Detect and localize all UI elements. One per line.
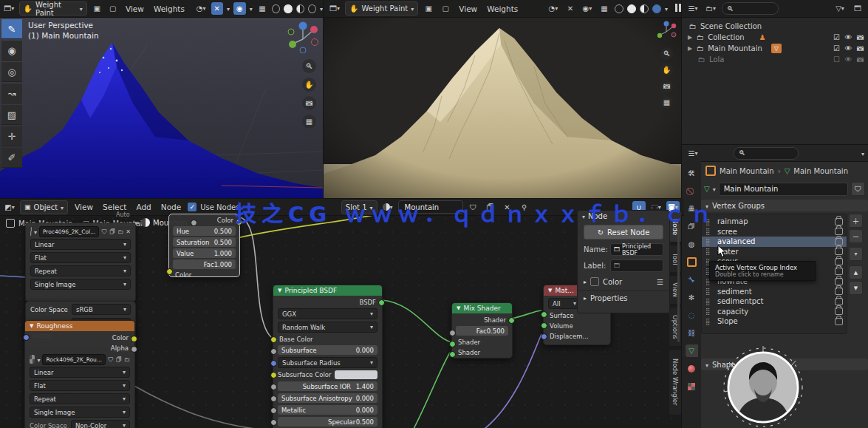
- metallic-input-socket[interactable]: [270, 407, 277, 414]
- lock-open-icon[interactable]: [835, 248, 843, 255]
- displacement-input-socket[interactable]: [541, 333, 547, 340]
- disable-render-camera-icon[interactable]: 📷︎: [856, 33, 864, 41]
- fake-user-icon[interactable]: 🛡︎: [101, 228, 107, 235]
- mix-fac-slider[interactable]: Fac0.500: [456, 326, 508, 336]
- base-color-input-socket[interactable]: [270, 336, 277, 343]
- falloff-icon[interactable]: ◔: [547, 2, 560, 15]
- use-nodes-checkbox[interactable]: ✓: [188, 203, 197, 211]
- shading-dropdown-icon[interactable]: [665, 4, 668, 13]
- outliner-search-input[interactable]: 🔍︎: [722, 2, 779, 15]
- mix-shader-node[interactable]: ▼Mix Shader Shader Fac0.500 Shader Shade…: [451, 302, 513, 359]
- weight-paint-viewport-canvas[interactable]: [0, 0, 323, 198]
- annotate-tool[interactable]: ✐: [1, 148, 22, 168]
- pan-hand-icon[interactable]: ✋: [302, 78, 316, 92]
- datablock-name-input[interactable]: Main Mountain: [719, 183, 848, 196]
- shader-output-socket[interactable]: [508, 317, 515, 324]
- add-menu[interactable]: Add: [133, 203, 154, 211]
- node-label-input[interactable]: 🗔: [610, 259, 663, 272]
- vertex-group-specials-dropdown[interactable]: [849, 247, 863, 261]
- shading-rendered-icon[interactable]: [652, 4, 661, 13]
- source-dropdown[interactable]: Single Image: [30, 279, 131, 290]
- subsurface-ior-slider[interactable]: Subsurface IOR1.400: [278, 381, 377, 391]
- presets-list-icon[interactable]: ☰: [657, 278, 663, 286]
- properties-editor-type-icon[interactable]: ☰: [686, 147, 700, 160]
- fake-user-shield-icon[interactable]: 🛡︎: [467, 201, 480, 214]
- vertex-group-row[interactable]: ⣿sediment: [702, 287, 847, 297]
- filter-funnel-icon[interactable]: ▽: [833, 2, 847, 15]
- view-menu[interactable]: View: [72, 203, 96, 211]
- mirror-x-icon[interactable]: ✕: [564, 2, 577, 15]
- lock-open-icon[interactable]: [835, 288, 843, 295]
- navigation-gizmo[interactable]: [655, 19, 678, 43]
- node-color-checkbox[interactable]: [590, 277, 599, 286]
- edit-mode-toggle-icon[interactable]: ▢: [106, 2, 119, 15]
- subsurface-anisotropy-input-socket[interactable]: [270, 395, 277, 402]
- image-name-field[interactable]: Proc4096_2K_Col...: [39, 226, 99, 237]
- saturation-slider[interactable]: Saturation0.500: [173, 237, 236, 247]
- average-brush-tool[interactable]: ◎: [1, 62, 22, 82]
- shading-wireframe-icon[interactable]: ▦: [256, 2, 269, 15]
- lock-open-icon[interactable]: [835, 238, 843, 245]
- tab-view-layer-icon[interactable]: 🗇: [686, 220, 698, 233]
- hide-eye-icon[interactable]: 👁︎: [844, 55, 852, 64]
- move-group-up-button[interactable]: ▲: [849, 265, 863, 279]
- camera-view-icon[interactable]: 📷︎: [660, 80, 673, 92]
- disable-render-camera-icon[interactable]: 📷︎: [856, 55, 864, 64]
- outliner-row-scene-collection[interactable]: 🗀 Scene Collection: [688, 21, 864, 31]
- lock-open-icon[interactable]: [835, 268, 843, 275]
- lock-open-icon[interactable]: [835, 318, 843, 325]
- reset-node-button[interactable]: ↻Reset Node: [584, 225, 663, 240]
- outliner-row-lola[interactable]: 🗀 Lola ☐ 👁︎ 📷︎: [688, 54, 864, 64]
- camera-view-icon[interactable]: 📷︎: [302, 96, 316, 110]
- shading-material-icon[interactable]: [296, 4, 304, 13]
- unlink-x-icon[interactable]: ✕: [126, 228, 131, 235]
- select-menu[interactable]: Select: [100, 203, 129, 211]
- properties-search-input[interactable]: 🔍︎: [734, 147, 799, 160]
- proportional-edit-icon[interactable]: ◉: [581, 2, 594, 15]
- value-slider[interactable]: Value1.000: [173, 248, 236, 258]
- lock-open-icon[interactable]: [835, 298, 843, 305]
- view-menu[interactable]: View: [456, 4, 480, 13]
- shading-solid-icon[interactable]: [627, 4, 636, 13]
- zoom-icon[interactable]: 🔍︎: [302, 59, 316, 73]
- add-vertex-group-button[interactable]: ＋: [849, 214, 863, 228]
- subsurface-slider[interactable]: Subsurface0.000: [278, 345, 377, 355]
- shader1-input-socket[interactable]: [449, 341, 456, 347]
- lock-open-icon[interactable]: [835, 228, 843, 235]
- material-name-input[interactable]: Mountain: [398, 200, 463, 214]
- shading-rendered-icon[interactable]: [308, 4, 316, 13]
- tab-physics-icon[interactable]: ◌: [686, 309, 698, 322]
- subsurface-color-input-socket[interactable]: [270, 372, 277, 378]
- image-texture-color-node[interactable]: Proc4096_2K_Col... 🛡︎ 🗍 🗀 ✕ Linear Flat …: [25, 223, 136, 302]
- subsurface-method-dropdown[interactable]: Random Walk: [278, 322, 377, 333]
- subsurface-anisotropy-slider[interactable]: Subsurface Anisotropy0.000: [278, 393, 377, 403]
- slot-dropdown[interactable]: Slot 1: [341, 200, 377, 214]
- image-thumb-icon[interactable]: [30, 355, 35, 364]
- shading-material-icon[interactable]: [640, 4, 649, 13]
- target-dropdown[interactable]: All: [548, 298, 581, 309]
- interpolation-dropdown[interactable]: Linear: [30, 367, 130, 378]
- copies-icon[interactable]: 🗍: [116, 356, 122, 363]
- specular-input-socket[interactable]: [270, 419, 277, 426]
- principled-bsdf-node[interactable]: ▼Principled BSDF BSDF GGX Random Walk Ba…: [273, 285, 383, 428]
- color-input-socket[interactable]: [166, 268, 173, 275]
- projection-dropdown[interactable]: Flat: [30, 252, 131, 263]
- tab-particles-icon[interactable]: ✻: [686, 291, 698, 304]
- falloff-icon[interactable]: ◔: [195, 2, 208, 15]
- extension-dropdown[interactable]: Repeat: [30, 265, 131, 276]
- edit-mode-toggle-icon[interactable]: ▢: [439, 2, 452, 15]
- vertex-group-row[interactable]: ⣿rainmap: [702, 217, 847, 227]
- roughness-node-header[interactable]: ▼Roughness: [25, 321, 134, 331]
- object-types-toggle-icon[interactable]: ▣: [91, 2, 103, 15]
- node-name-input[interactable]: 🗔Principled BSDF: [610, 243, 663, 256]
- pin-icon[interactable]: ⚲: [518, 201, 531, 214]
- shader2-input-socket[interactable]: [449, 351, 456, 358]
- blur-brush-tool[interactable]: ◉: [1, 41, 22, 61]
- editor-type-icon[interactable]: ◩: [3, 201, 16, 214]
- navigation-gizmo[interactable]: [285, 19, 319, 53]
- shader-type-dropdown[interactable]: ▣Object: [20, 200, 68, 214]
- surface-input-socket[interactable]: [541, 311, 547, 318]
- outliner-row-collection[interactable]: ▶ 🗀 Collection ♟ ☑ 👁︎ 📷︎: [688, 32, 864, 42]
- object-types-toggle-icon[interactable]: ▣: [422, 2, 435, 15]
- mode-dropdown[interactable]: ✋Weight Paint: [345, 1, 418, 16]
